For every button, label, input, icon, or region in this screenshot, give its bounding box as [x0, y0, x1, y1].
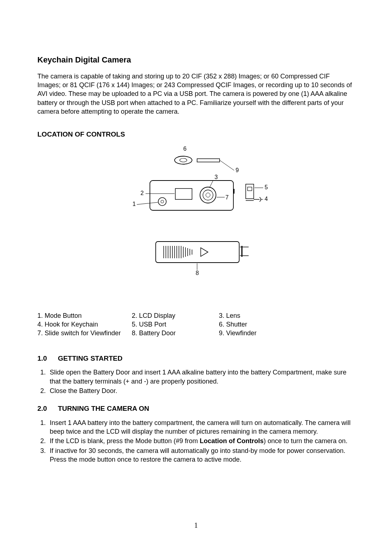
svg-rect-11	[233, 189, 234, 194]
sec2-item-2: If the LCD is blank, press the Mode butt…	[48, 437, 355, 445]
sec1-item-2: Close the Battery Door.	[48, 386, 355, 395]
svg-point-6	[161, 200, 164, 203]
control-1: 1. Mode Button	[37, 311, 132, 320]
label-8: 8	[196, 270, 199, 276]
svg-point-8	[200, 187, 216, 203]
control-2: 2. LCD Display	[132, 311, 219, 320]
control-9: 9. Viewfinder	[219, 329, 291, 337]
section-2-title: TURNING THE CAMERA ON	[58, 404, 149, 413]
intro-paragraph: The camera is capable of taking and stor…	[37, 72, 355, 116]
section-1-heading: 1.0 GETTING STARTED	[37, 354, 355, 363]
svg-point-9	[203, 190, 213, 200]
section-2-list: Insert 1 AAA battery into the battery co…	[48, 418, 355, 464]
label-7: 7	[225, 194, 229, 200]
svg-point-1	[180, 158, 187, 162]
label-3: 3	[215, 174, 218, 180]
control-7: 7. Slide switch for Viewfinder	[37, 329, 132, 337]
svg-rect-2	[197, 159, 220, 162]
svg-rect-7	[175, 189, 192, 199]
controls-diagram: 6 9 3 2 1	[111, 144, 281, 297]
label-9: 9	[236, 167, 239, 173]
control-4: 4. Hook for Keychain	[37, 320, 132, 329]
bold-ref: Location of Controls	[200, 437, 264, 445]
section-2-num: 2.0	[37, 404, 47, 413]
control-3: 3. Lens	[219, 311, 291, 320]
control-6: 6. Shutter	[219, 320, 291, 329]
label-4: 4	[265, 196, 268, 202]
page-number: 1	[194, 520, 198, 530]
svg-line-18	[137, 202, 158, 204]
svg-rect-37	[241, 246, 242, 257]
svg-rect-13	[248, 187, 252, 191]
control-5: 5. USB Port	[132, 320, 219, 329]
svg-point-5	[158, 198, 166, 206]
control-8: 8. Battery Door	[132, 329, 219, 337]
label-6: 6	[183, 146, 187, 152]
section-1-num: 1.0	[37, 354, 47, 363]
section-2-heading: 2.0 TURNING THE CAMERA ON	[37, 404, 355, 413]
label-1: 1	[132, 201, 136, 207]
controls-key-grid: 1. Mode Button 2. LCD Display 3. Lens 4.…	[37, 311, 355, 338]
label-2: 2	[140, 190, 144, 196]
diagram-container: 6 9 3 2 1	[37, 144, 355, 297]
location-heading: LOCATION OF CONTROLS	[37, 130, 355, 139]
sec2-item-1: Insert 1 AAA battery into the battery co…	[48, 418, 355, 436]
section-1-list: Slide open the Battery Door and insert 1…	[48, 368, 355, 395]
section-1-title: GETTING STARTED	[58, 354, 122, 363]
svg-rect-12	[246, 184, 254, 199]
sec2-item-3: If inactive for 30 seconds, the camera w…	[48, 446, 355, 464]
sec1-item-1: Slide open the Battery Door and insert 1…	[48, 368, 355, 386]
doc-title: Keychain Digital Camera	[37, 54, 355, 65]
svg-point-0	[175, 156, 192, 164]
svg-point-10	[206, 193, 210, 197]
svg-line-16	[209, 181, 213, 188]
svg-line-3	[220, 160, 234, 170]
label-5: 5	[265, 184, 268, 190]
